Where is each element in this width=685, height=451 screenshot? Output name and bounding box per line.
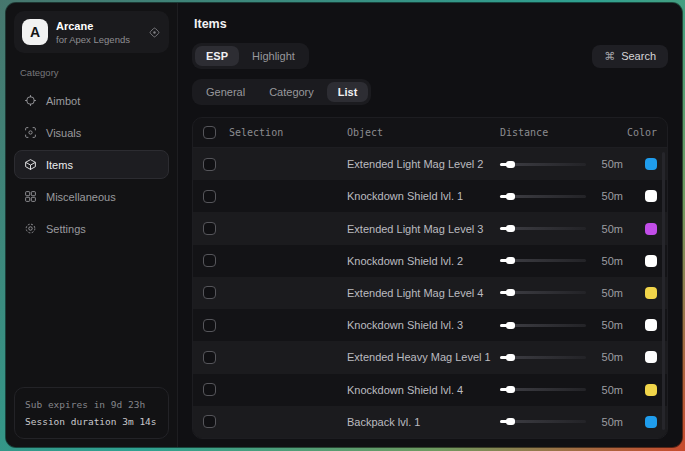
row-checkbox[interactable] [203, 254, 216, 267]
distance-slider[interactable] [500, 259, 586, 262]
object-name: Extended Light Mag Level 3 [347, 223, 500, 235]
object-name: Knockdown Shield lvl. 4 [347, 384, 500, 396]
slider-thumb[interactable] [506, 418, 515, 425]
sidebar-item-label: Miscellaneous [46, 191, 116, 203]
color-swatch[interactable] [645, 158, 657, 170]
color-cell [623, 384, 657, 396]
tab-highlight[interactable]: Highlight [241, 46, 306, 66]
table-row: Backpack lvl. 1 50m [193, 406, 667, 438]
distance-value: 50m [602, 319, 623, 331]
color-swatch[interactable] [645, 319, 657, 331]
color-swatch[interactable] [645, 351, 657, 363]
color-swatch[interactable] [645, 384, 657, 396]
search-button[interactable]: ⌘ Search [592, 45, 668, 68]
header-color: Color [623, 127, 657, 138]
slider-thumb[interactable] [506, 322, 515, 329]
session-duration-text: Session duration 3m 14s [25, 413, 158, 430]
header-object: Object [347, 127, 500, 138]
distance-value: 50m [602, 384, 623, 396]
distance-cell: 50m [500, 223, 623, 235]
object-name: Backpack lvl. 1 [347, 416, 500, 428]
row-checkbox[interactable] [203, 319, 216, 332]
distance-value: 50m [602, 351, 623, 363]
distance-slider[interactable] [500, 420, 586, 423]
table-row: Knockdown Shield lvl. 4 50m [193, 374, 667, 406]
slider-thumb[interactable] [506, 354, 515, 361]
slider-thumb[interactable] [506, 289, 515, 296]
distance-slider[interactable] [500, 163, 586, 166]
header-distance: Distance [500, 127, 623, 138]
color-cell [623, 416, 657, 428]
slider-thumb[interactable] [506, 193, 515, 200]
tab-general[interactable]: General [195, 82, 256, 102]
table-row: Extended Light Mag Level 4 50m [193, 277, 667, 309]
row-checkbox[interactable] [203, 383, 216, 396]
grid-icon [24, 190, 37, 203]
distance-slider[interactable] [500, 227, 586, 230]
color-swatch[interactable] [645, 287, 657, 299]
object-name: Knockdown Shield lvl. 3 [347, 319, 500, 331]
table-row: Extended Light Mag Level 2 50m [193, 148, 667, 180]
table-row: Extended Heavy Mag Level 1 50m [193, 341, 667, 373]
view-tabs: General Category List [192, 79, 371, 105]
distance-cell: 50m [500, 158, 623, 170]
distance-cell: 50m [500, 319, 623, 331]
row-checkbox[interactable] [203, 190, 216, 203]
color-swatch[interactable] [645, 223, 657, 235]
object-name: Extended Heavy Mag Level 1 [347, 351, 500, 363]
color-cell [623, 223, 657, 235]
sidebar-item-items[interactable]: Items [14, 150, 169, 179]
row-checkbox[interactable] [203, 351, 216, 364]
sidebar-item-aimbot[interactable]: Aimbot [14, 86, 169, 115]
distance-value: 50m [602, 255, 623, 267]
pin-icon[interactable] [148, 26, 161, 39]
distance-slider[interactable] [500, 291, 586, 294]
color-swatch[interactable] [645, 416, 657, 428]
gear-icon [24, 222, 37, 235]
sidebar-item-miscellaneous[interactable]: Miscellaneous [14, 182, 169, 211]
row-checkbox[interactable] [203, 222, 216, 235]
color-swatch[interactable] [645, 190, 657, 202]
color-cell [623, 319, 657, 331]
row-checkbox[interactable] [203, 415, 216, 428]
row-checkbox[interactable] [203, 158, 216, 171]
color-swatch[interactable] [645, 255, 657, 267]
distance-cell: 50m [500, 416, 623, 428]
distance-cell: 50m [500, 287, 623, 299]
table-scrollbar[interactable] [662, 152, 665, 430]
app-logo: A [22, 19, 48, 45]
select-all-checkbox[interactable] [203, 126, 216, 139]
main-panel: Items ESP Highlight ⌘ Search General Cat… [178, 3, 682, 447]
tab-list[interactable]: List [327, 82, 369, 102]
sidebar-item-label: Settings [46, 223, 86, 235]
sidebar-item-settings[interactable]: Settings [14, 214, 169, 243]
app-subtitle: for Apex Legends [56, 34, 130, 45]
desktop-background: A Arcane for Apex Legends Category [0, 0, 685, 451]
sidebar-item-visuals[interactable]: Visuals [14, 118, 169, 147]
slider-thumb[interactable] [506, 386, 515, 393]
row-checkbox[interactable] [203, 286, 216, 299]
arcane-window: A Arcane for Apex Legends Category [6, 3, 682, 447]
color-cell [623, 158, 657, 170]
distance-value: 50m [602, 416, 623, 428]
distance-slider[interactable] [500, 324, 586, 327]
tab-esp[interactable]: ESP [195, 46, 239, 66]
sidebar-item-label: Visuals [46, 127, 81, 139]
items-table: Selection Object Distance Color Extended… [192, 117, 668, 439]
distance-value: 50m [602, 190, 623, 202]
object-name: Extended Light Mag Level 2 [347, 158, 500, 170]
slider-thumb[interactable] [506, 257, 515, 264]
header-selection: Selection [229, 127, 347, 138]
distance-slider[interactable] [500, 388, 586, 391]
tab-category[interactable]: Category [258, 82, 325, 102]
distance-slider[interactable] [500, 195, 586, 198]
distance-value: 50m [602, 223, 623, 235]
search-button-label: Search [621, 50, 656, 62]
distance-cell: 50m [500, 351, 623, 363]
distance-slider[interactable] [500, 356, 586, 359]
app-title: Arcane [56, 20, 130, 32]
color-cell [623, 255, 657, 267]
slider-thumb[interactable] [506, 161, 515, 168]
distance-cell: 50m [500, 384, 623, 396]
slider-thumb[interactable] [506, 225, 515, 232]
